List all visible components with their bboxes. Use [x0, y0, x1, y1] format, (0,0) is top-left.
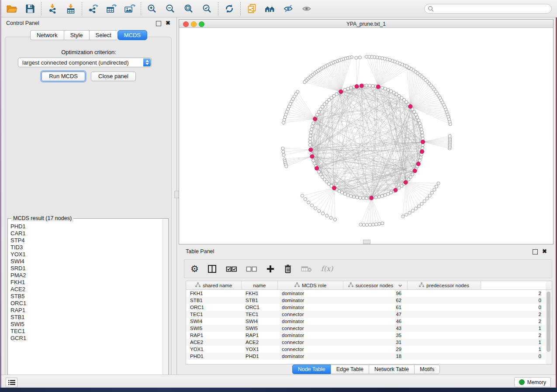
cell-predecessor-nodes[interactable]: 2: [408, 311, 546, 318]
network-hub-node[interactable]: [310, 155, 314, 158]
cell-predecessor-nodes[interactable]: 1: [408, 339, 546, 346]
network-node[interactable]: [309, 137, 312, 140]
network-hub-node[interactable]: [394, 188, 398, 192]
network-node[interactable]: [421, 147, 424, 150]
network-node[interactable]: [420, 128, 423, 131]
save-session-icon[interactable]: [24, 3, 37, 15]
mcds-result-item[interactable]: GCR1: [8, 335, 163, 342]
zoom-selected-icon[interactable]: [201, 3, 214, 15]
export-table-icon[interactable]: [105, 3, 118, 15]
network-node[interactable]: [433, 188, 436, 191]
network-node[interactable]: [401, 215, 405, 218]
network-node[interactable]: [411, 173, 414, 176]
export-network-icon[interactable]: [86, 3, 100, 15]
new-network-from-selection-icon[interactable]: [245, 3, 258, 15]
cell-MCDS-role[interactable]: dominator: [278, 318, 343, 325]
network-hub-node[interactable]: [420, 150, 424, 154]
search-input[interactable]: [424, 4, 552, 14]
network-node[interactable]: [301, 194, 304, 197]
network-node[interactable]: [418, 122, 421, 125]
network-node[interactable]: [309, 134, 312, 137]
network-node[interactable]: [356, 196, 359, 199]
cell-shared-name[interactable]: ORC1: [186, 304, 242, 311]
network-node[interactable]: [417, 205, 420, 208]
cell-successor-nodes[interactable]: 35: [343, 332, 408, 339]
zoom-in-icon[interactable]: [145, 3, 159, 15]
network-node[interactable]: [362, 196, 365, 199]
mcds-result-item[interactable]: TID3: [8, 244, 163, 251]
mcds-result-list[interactable]: PHD1CAR1STP4TID3YOX1SWI4SRD1PMA2FKH1ACE2…: [8, 223, 163, 377]
network-node[interactable]: [349, 194, 353, 197]
network-hub-node[interactable]: [315, 166, 319, 170]
network-node[interactable]: [381, 194, 384, 197]
network-node[interactable]: [365, 55, 368, 58]
cell-shared-name[interactable]: TEC1: [186, 311, 242, 318]
mcds-result-item[interactable]: SWI4: [8, 258, 163, 265]
network-node[interactable]: [310, 204, 313, 207]
network-hub-node[interactable]: [309, 148, 313, 151]
cell-successor-nodes[interactable]: 31: [343, 339, 408, 346]
mcds-result-item[interactable]: SWI5: [8, 321, 163, 328]
cell-predecessor-nodes[interactable]: 1: [408, 325, 546, 332]
table-row[interactable]: ORC1ORC1dominator610: [186, 304, 552, 311]
network-node[interactable]: [365, 196, 368, 199]
network-node[interactable]: [353, 195, 356, 198]
mcds-result-scrollbar[interactable]: [163, 219, 168, 377]
network-node[interactable]: [377, 195, 381, 198]
cell-successor-nodes[interactable]: 29: [343, 346, 408, 353]
network-node[interactable]: [313, 162, 316, 165]
network-node[interactable]: [421, 134, 424, 137]
table-row[interactable]: ACE2ACE2connector311: [186, 339, 552, 346]
cell-predecessor-nodes[interactable]: 0: [408, 304, 546, 311]
network-node[interactable]: [312, 159, 315, 162]
network-node[interactable]: [312, 122, 315, 125]
hide-selected-icon[interactable]: [282, 3, 295, 15]
mcds-result-item[interactable]: PMA2: [8, 272, 163, 279]
network-node[interactable]: [340, 191, 343, 194]
network-node[interactable]: [405, 213, 408, 216]
table-row[interactable]: PHD1PHD1dominator180: [186, 353, 552, 360]
network-node[interactable]: [378, 222, 381, 225]
table-row[interactable]: SWI4SWI4dominator462: [186, 318, 552, 325]
deselect-all-columns-icon[interactable]: [246, 263, 257, 275]
mcds-result-item[interactable]: PHD1: [8, 223, 163, 230]
cell-name[interactable]: STB1: [242, 297, 278, 304]
network-node[interactable]: [420, 202, 423, 205]
network-node[interactable]: [359, 223, 362, 226]
network-node[interactable]: [322, 212, 325, 215]
cell-successor-nodes[interactable]: 46: [343, 318, 408, 325]
network-node[interactable]: [414, 207, 417, 210]
table-row[interactable]: RAP1RAP1dominator352: [186, 332, 552, 339]
apply-layout-icon[interactable]: [223, 3, 236, 15]
memory-button[interactable]: Memory: [514, 377, 551, 387]
cell-shared-name[interactable]: YOX1: [186, 346, 242, 353]
network-node[interactable]: [359, 196, 362, 199]
cell-name[interactable]: FKH1: [242, 290, 278, 297]
network-node[interactable]: [381, 86, 384, 89]
table-row[interactable]: FKH1FKH1dominator962: [186, 290, 552, 297]
cell-MCDS-role[interactable]: dominator: [278, 304, 343, 311]
cell-shared-name[interactable]: STB1: [186, 297, 242, 304]
cell-name[interactable]: ORC1: [242, 304, 278, 311]
network-node[interactable]: [437, 182, 440, 185]
network-hub-node[interactable]: [332, 186, 336, 190]
mcds-result-item[interactable]: ACE2: [8, 286, 163, 293]
network-hub-node[interactable]: [416, 162, 420, 166]
network-node[interactable]: [329, 216, 332, 219]
network-hub-node[interactable]: [408, 104, 412, 108]
network-node[interactable]: [426, 197, 429, 200]
cell-shared-name[interactable]: FKH1: [186, 290, 242, 297]
cell-successor-nodes[interactable]: 61: [343, 304, 408, 311]
table-panel-close-icon[interactable]: ✖: [542, 248, 547, 254]
network-node[interactable]: [365, 223, 368, 226]
cell-predecessor-nodes[interactable]: 0: [408, 297, 546, 304]
mcds-result-item[interactable]: STB1: [8, 314, 163, 321]
network-node[interactable]: [384, 87, 387, 90]
network-node[interactable]: [282, 121, 285, 124]
network-node[interactable]: [428, 194, 431, 197]
network-node[interactable]: [282, 150, 285, 153]
network-node[interactable]: [423, 199, 426, 203]
mcds-result-item[interactable]: STP4: [8, 237, 163, 244]
cell-shared-name[interactable]: RAP1: [186, 332, 242, 339]
cell-predecessor-nodes[interactable]: 0: [408, 353, 546, 360]
